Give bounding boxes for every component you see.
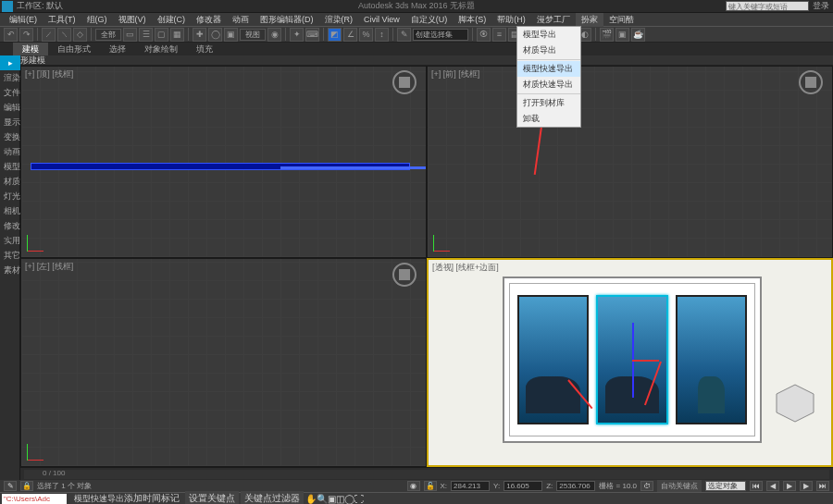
refcoord-dropdown[interactable]: 视图: [240, 29, 266, 41]
left-model[interactable]: 模型: [4, 161, 20, 173]
left-anim[interactable]: 动画: [4, 146, 20, 158]
redo-button[interactable]: ↷: [19, 28, 33, 42]
menu-animation[interactable]: 动画: [227, 13, 255, 27]
panel-toggle-icon[interactable]: ▸: [0, 55, 20, 70]
tab-selection[interactable]: 选择: [100, 43, 135, 56]
left-other[interactable]: 其它: [4, 250, 20, 262]
login-button[interactable]: 登录: [813, 0, 829, 12]
goto-end-button[interactable]: ⏭: [816, 481, 829, 491]
fov-button[interactable]: ◫: [336, 494, 344, 504]
coord-x-field[interactable]: 284.213: [451, 481, 490, 491]
bind-button[interactable]: ◇: [73, 28, 87, 42]
viewcube-top[interactable]: [392, 70, 416, 94]
vp-label-left[interactable]: [+] [左] [线框]: [25, 261, 73, 273]
photo-3[interactable]: [676, 295, 747, 424]
orbit-button[interactable]: ◯: [344, 494, 354, 504]
next-frame-button[interactable]: ▶: [800, 481, 813, 491]
scale-button[interactable]: ▣: [224, 28, 238, 42]
scene-photo-frame[interactable]: [503, 277, 762, 443]
menu-plugin2[interactable]: 扮家: [576, 13, 603, 27]
menu-modifiers[interactable]: 修改器: [191, 13, 227, 27]
angle-snap-button[interactable]: ∠: [343, 28, 357, 42]
setkey-button[interactable]: 设置关键点: [185, 491, 239, 504]
keyfilter-button[interactable]: 关键点过滤器: [241, 491, 304, 504]
maximize-vp-button[interactable]: ⛶: [354, 494, 364, 504]
left-file[interactable]: 文件: [4, 87, 20, 99]
photo-2-selected[interactable]: [596, 295, 667, 424]
manip-button[interactable]: ✦: [290, 28, 304, 42]
timeline-track[interactable]: [24, 470, 829, 479]
tab-populate[interactable]: 填充: [187, 43, 222, 56]
timeline[interactable]: 0 / 100: [20, 467, 833, 480]
menu-civilview[interactable]: Civil View: [358, 14, 405, 25]
left-light[interactable]: 灯光: [4, 191, 20, 203]
rotate-button[interactable]: ◯: [208, 28, 222, 42]
time-tag-prompt[interactable]: 添加时间标记: [124, 492, 180, 504]
keymode-button[interactable]: ⌨: [305, 28, 319, 42]
move-gizmo-x-icon[interactable]: [632, 360, 659, 362]
viewport-top[interactable]: [+] [顶] [线框]: [20, 66, 427, 258]
coord-z-field[interactable]: 2536.706: [556, 481, 595, 491]
vp-label-top[interactable]: [+] [顶] [线框]: [25, 68, 73, 80]
viewport-left[interactable]: [+] [左] [线框]: [20, 258, 427, 467]
select-button[interactable]: ▭: [123, 28, 137, 42]
pivot-button[interactable]: ◉: [267, 28, 281, 42]
named-selset-dropdown[interactable]: 创建选择集: [413, 29, 468, 41]
zoom-button[interactable]: 🔍: [317, 494, 328, 504]
menu-render[interactable]: 渲染(R): [319, 13, 359, 27]
menu-unload[interactable]: 卸载: [517, 111, 580, 127]
undo-button[interactable]: ↶: [4, 28, 18, 42]
isolate-button[interactable]: ◉: [407, 481, 420, 491]
edit-selset-button[interactable]: ✎: [397, 28, 411, 42]
tab-modeling[interactable]: 建模: [13, 43, 48, 56]
left-edit[interactable]: 编辑: [4, 102, 20, 114]
link-button[interactable]: ⟋: [42, 28, 56, 42]
tab-freeform[interactable]: 自由形式: [48, 43, 100, 56]
pan-view-button[interactable]: ✋: [305, 494, 317, 504]
left-material[interactable]: 材质: [4, 176, 20, 188]
menu-material-export[interactable]: 材质导出: [517, 43, 580, 58]
menu-open-library[interactable]: 打开到材库: [517, 95, 580, 111]
workspace-label[interactable]: 工作区: 默认: [17, 0, 63, 12]
vp-label-persp[interactable]: [透视] [线框+边面]: [432, 262, 499, 274]
help-search-input[interactable]: 键入关键字或短语: [726, 1, 809, 11]
autokey-button[interactable]: 自动关键点: [657, 480, 702, 492]
zoom-extents-button[interactable]: ▣: [328, 494, 336, 504]
menu-material-quick-export[interactable]: 材质快速导出: [517, 77, 580, 92]
left-assets[interactable]: 素材: [4, 264, 20, 277]
left-modify[interactable]: 修改: [4, 220, 20, 232]
left-display[interactable]: 显示: [4, 117, 20, 129]
viewport-perspective[interactable]: [透视] [线框+边面]: [427, 258, 833, 467]
selection-filter-combo[interactable]: 选定对象: [705, 481, 746, 491]
menu-plugin1[interactable]: 漫梦工厂: [531, 13, 576, 27]
menu-customize[interactable]: 自定义(U): [405, 13, 454, 27]
menu-help[interactable]: 帮助(H): [491, 13, 531, 27]
goto-start-button[interactable]: ⏮: [750, 481, 763, 491]
menu-create[interactable]: 创建(C): [152, 13, 192, 27]
mirror-button[interactable]: ⦿: [477, 28, 491, 42]
play-button[interactable]: ▶: [783, 481, 796, 491]
time-config-button[interactable]: ⏱: [640, 481, 653, 491]
left-transform[interactable]: 变换: [4, 131, 20, 143]
move-button[interactable]: ✚: [193, 28, 206, 42]
menu-group[interactable]: 组(G): [81, 13, 113, 27]
left-utility[interactable]: 实用: [4, 235, 20, 247]
unlink-button[interactable]: ⟍: [57, 28, 71, 42]
align-button[interactable]: ≡: [492, 28, 506, 42]
photo-1[interactable]: [517, 295, 589, 424]
menu-edit[interactable]: 编辑(E): [4, 13, 43, 27]
render-button[interactable]: ☕: [631, 28, 645, 42]
viewport-front[interactable]: [+] [前] [线框]: [427, 66, 833, 258]
render-setup-button[interactable]: 🎬: [600, 28, 614, 42]
menu-model-quick-export[interactable]: 模型快速导出: [517, 61, 580, 77]
menu-spaceku[interactable]: 空间酷: [603, 13, 640, 27]
snap-button[interactable]: ◩: [328, 28, 342, 42]
render-fb-button[interactable]: ▣: [615, 28, 629, 42]
select-name-button[interactable]: ☰: [139, 28, 153, 42]
percent-snap-button[interactable]: %: [359, 28, 373, 42]
viewcube-front[interactable]: [799, 70, 823, 94]
left-render[interactable]: 渲染: [4, 72, 20, 84]
selection-lock-button[interactable]: 🔓: [424, 481, 437, 491]
lock-button[interactable]: 🔒: [20, 481, 33, 491]
menu-grapheditors[interactable]: 图形编辑器(D): [255, 13, 319, 27]
